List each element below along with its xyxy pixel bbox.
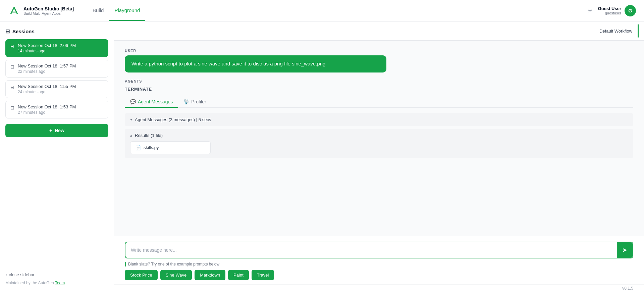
message-input[interactable]	[125, 243, 617, 257]
hint-label: Blank slate? Try one of the example prom…	[128, 262, 219, 266]
send-button[interactable]: ➤	[617, 242, 633, 258]
user-message-section: USER Write a python script to plot a sin…	[125, 49, 633, 72]
terminate-badge: TERMINATE	[125, 87, 152, 92]
session-name: New Session Oct 18, 1:57 PM	[18, 63, 103, 68]
session-stack-icon: ⊟	[10, 44, 14, 49]
message-input-wrapper: ➤	[125, 242, 633, 258]
session-item[interactable]: ⊟ New Session Oct 18, 1:53 PM 27 minutes…	[5, 101, 108, 118]
agent-messages-summary: Agent Messages (3 messages) | 5 secs	[135, 117, 211, 122]
session-name: New Session Oct 18, 1:53 PM	[18, 104, 103, 109]
new-session-label: New	[55, 128, 64, 133]
session-name: New Session Oct 18, 1:55 PM	[18, 84, 103, 89]
session-stack-icon: ⊟	[10, 105, 14, 110]
hint-dot	[125, 262, 126, 266]
sidebar-footer: ‹ close sidebar Maintained by the AutoGe…	[5, 267, 108, 285]
session-info: New Session Oct 18, 1:53 PM 27 minutes a…	[18, 104, 103, 115]
chip-paint[interactable]: Paint	[228, 270, 249, 280]
agents-label: AGENTS	[125, 79, 633, 83]
session-time: 14 minutes ago	[18, 49, 103, 53]
chip-travel[interactable]: Travel	[252, 270, 274, 280]
prompt-chips: Stock Price Sine Wave Markdown Paint Tra…	[125, 270, 633, 280]
chip-sine-wave[interactable]: Sine Wave	[160, 270, 192, 280]
chevron-up-icon: ▴	[130, 133, 132, 138]
profiler-icon: 📡	[183, 99, 189, 104]
tab-agent-messages[interactable]: 💬 Agent Messages	[125, 96, 178, 108]
sessions-title: Sessions	[12, 29, 35, 34]
autogen-team-link[interactable]: Team	[55, 281, 65, 285]
results-header[interactable]: ▴ Results (1 file)	[130, 133, 628, 138]
new-session-button[interactable]: + New	[5, 124, 108, 137]
logo-text: AutoGen Studio [Beta] Build Multi-Agent …	[23, 6, 74, 15]
workflow-bar: Default Workflow	[114, 21, 644, 41]
input-area: ➤ Blank slate? Try one of the example pr…	[114, 236, 644, 284]
hint-text: Blank slate? Try one of the example prom…	[125, 262, 633, 266]
close-sidebar-label: close sidebar	[9, 272, 35, 277]
session-info: New Session Oct 18, 2:06 PM 14 minutes a…	[18, 43, 103, 53]
app-logo-icon	[8, 5, 20, 17]
session-name: New Session Oct 18, 2:06 PM	[18, 43, 103, 48]
maintained-text: Maintained by the AutoGen Team.	[5, 281, 108, 285]
user-message-bubble: Write a python script to plot a sine wav…	[125, 55, 386, 72]
chip-markdown[interactable]: Markdown	[195, 270, 225, 280]
file-item[interactable]: 📄 skills.py	[130, 141, 211, 154]
close-sidebar-button[interactable]: ‹ close sidebar	[5, 272, 35, 277]
version-bar: v0.1.5	[114, 284, 644, 292]
theme-toggle-icon[interactable]: ☀	[587, 7, 593, 14]
main-layout: ⊟ Sessions ⊟ New Session Oct 18, 2:06 PM…	[0, 21, 644, 292]
plus-icon: +	[49, 128, 52, 133]
svg-rect-0	[8, 5, 20, 17]
chip-stock-price[interactable]: Stock Price	[125, 270, 158, 280]
app-name: AutoGen Studio [Beta]	[23, 6, 74, 11]
sessions-icon: ⊟	[5, 28, 10, 35]
tab-agent-messages-label: Agent Messages	[138, 99, 173, 104]
app-subtitle: Build Multi-Agent Apps	[23, 11, 74, 15]
session-list: ⊟ New Session Oct 18, 2:06 PM 14 minutes…	[5, 39, 108, 121]
session-info: New Session Oct 18, 1:57 PM 22 minutes a…	[18, 63, 103, 74]
session-item[interactable]: ⊟ New Session Oct 18, 2:06 PM 14 minutes…	[5, 39, 108, 57]
session-info: New Session Oct 18, 1:55 PM 24 minutes a…	[18, 84, 103, 94]
header-right: ☀ Guest User guestuser G	[587, 5, 636, 16]
tab-profiler[interactable]: 📡 Profiler	[178, 96, 211, 108]
chevron-down-icon: ▾	[130, 117, 132, 122]
user-text: Guest User guestuser	[598, 6, 621, 15]
content-area: Default Workflow USER Write a python scr…	[114, 21, 644, 292]
user-info: Guest User guestuser G	[598, 5, 636, 16]
session-stack-icon: ⊟	[10, 85, 14, 90]
agent-tabs: 💬 Agent Messages 📡 Profiler	[125, 96, 633, 108]
sessions-header: ⊟ Sessions	[5, 28, 108, 35]
user-message-label: USER	[125, 49, 633, 53]
agent-messages-row[interactable]: ▾ Agent Messages (3 messages) | 5 secs	[125, 113, 633, 126]
agents-section: AGENTS TERMINATE 💬 Agent Messages 📡 Prof…	[125, 79, 633, 158]
session-time: 24 minutes ago	[18, 90, 103, 94]
user-username: guestuser	[598, 11, 621, 15]
sidebar: ⊟ Sessions ⊟ New Session Oct 18, 2:06 PM…	[0, 21, 114, 292]
workflow-label: Default Workflow	[599, 29, 632, 34]
chat-icon: 💬	[130, 99, 136, 104]
header: AutoGen Studio [Beta] Build Multi-Agent …	[0, 0, 644, 21]
file-name: skills.py	[144, 145, 159, 150]
nav-tab-playground[interactable]: Playground	[109, 0, 145, 21]
session-stack-icon: ⊟	[10, 64, 14, 69]
file-icon: 📄	[135, 145, 141, 150]
nav-tab-build[interactable]: Build	[87, 0, 109, 21]
results-row: ▴ Results (1 file) 📄 skills.py	[125, 129, 633, 158]
chevron-left-icon: ‹	[5, 272, 7, 277]
session-item[interactable]: ⊟ New Session Oct 18, 1:55 PM 24 minutes…	[5, 80, 108, 98]
logo-area: AutoGen Studio [Beta] Build Multi-Agent …	[8, 5, 74, 17]
results-summary: Results (1 file)	[135, 133, 163, 138]
tab-profiler-label: Profiler	[191, 99, 206, 104]
session-item[interactable]: ⊟ New Session Oct 18, 1:57 PM 22 minutes…	[5, 60, 108, 78]
main-nav: Build Playground	[87, 0, 145, 21]
avatar[interactable]: G	[625, 5, 636, 16]
session-time: 22 minutes ago	[18, 69, 103, 74]
version-label: v0.1.5	[622, 286, 633, 291]
user-name: Guest User	[598, 6, 621, 11]
send-icon: ➤	[622, 246, 627, 254]
chat-area: USER Write a python script to plot a sin…	[114, 41, 644, 236]
session-time: 27 minutes ago	[18, 110, 103, 115]
workflow-divider	[638, 24, 639, 38]
